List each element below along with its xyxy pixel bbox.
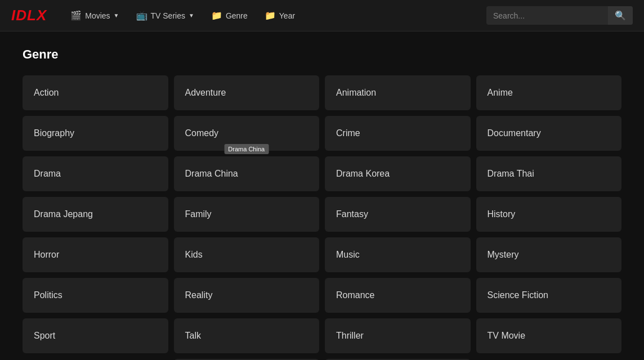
main-content: Genre ActionAdventureAnimationAnimeBiogr… <box>0 32 644 360</box>
genre-label: Drama Thai <box>488 169 534 178</box>
navbar: IDLX 🎬 Movies ▼ 📺 TV Series ▼ 📁 Genre 📁 … <box>0 0 644 32</box>
genre-card-tv-movie[interactable]: TV Movie <box>476 318 622 353</box>
genre-label: Reality <box>185 290 213 300</box>
genre-label: History <box>488 209 516 219</box>
genre-label: TV Movie <box>488 331 526 340</box>
genre-card-talk[interactable]: Talk <box>174 318 320 353</box>
genre-label: Biography <box>34 128 74 138</box>
genre-card-reality[interactable]: Reality <box>174 278 320 313</box>
movies-label: Movies <box>85 11 110 20</box>
genre-card-drama-thai[interactable]: Drama Thai <box>476 156 622 191</box>
nav-movies[interactable]: 🎬 Movies ▼ <box>64 7 126 24</box>
genre-label: Music <box>336 250 360 259</box>
genre-label: Crime <box>336 128 360 138</box>
genre-card-sport[interactable]: Sport <box>23 318 168 353</box>
genre-card-history[interactable]: History <box>476 197 622 232</box>
genre-card-mystery[interactable]: Mystery <box>476 237 622 272</box>
genre-card-thriller[interactable]: Thriller <box>325 318 471 353</box>
genre-card-action[interactable]: Action <box>23 75 168 110</box>
genre-label: Kids <box>185 250 203 259</box>
movies-icon: 🎬 <box>70 10 82 21</box>
genre-label: Science Fiction <box>488 290 549 300</box>
genre-label: Politics <box>34 290 62 300</box>
genre-grid: ActionAdventureAnimationAnimeBiographyCo… <box>23 75 621 360</box>
genre-label: Anime <box>488 88 513 97</box>
genre-card-drama-china[interactable]: Drama ChinaDrama China <box>174 156 320 191</box>
genre-label: Fantasy <box>336 209 368 219</box>
genre-label: Talk <box>185 331 201 340</box>
logo[interactable]: IDLX <box>11 7 47 24</box>
nav-links: 🎬 Movies ▼ 📺 TV Series ▼ 📁 Genre 📁 Year <box>64 7 486 24</box>
nav-tvseries[interactable]: 📺 TV Series ▼ <box>129 7 201 24</box>
genre-card-horror[interactable]: Horror <box>23 237 168 272</box>
genre-card-music[interactable]: Music <box>325 237 471 272</box>
genre-label: Horror <box>34 250 59 259</box>
genre-label: Drama Korea <box>336 169 390 178</box>
genre-card-drama-jepang[interactable]: Drama Jepang <box>23 197 168 232</box>
genre-card-fantasy[interactable]: Fantasy <box>325 197 471 232</box>
genre-card-documentary[interactable]: Documentary <box>476 116 622 151</box>
genre-card-romance[interactable]: Romance <box>325 278 471 313</box>
page-title: Genre <box>23 47 621 62</box>
movies-arrow-icon: ▼ <box>114 12 119 19</box>
genre-label: Animation <box>336 88 376 97</box>
genre-label: Drama Jepang <box>34 209 93 219</box>
search-input[interactable] <box>486 7 608 24</box>
genre-card-adventure[interactable]: Adventure <box>174 75 320 110</box>
genre-card-biography[interactable]: Biography <box>23 116 168 151</box>
genre-card-drama-korea[interactable]: Drama Korea <box>325 156 471 191</box>
genre-label: Comedy <box>185 128 219 138</box>
genre-label: Mystery <box>488 250 519 259</box>
nav-genre[interactable]: 📁 Genre <box>204 7 254 24</box>
genre-card-science-fiction[interactable]: Science Fiction <box>476 278 622 313</box>
genre-label: Action <box>34 88 59 97</box>
search-bar: 🔍 <box>486 6 633 25</box>
nav-year[interactable]: 📁 Year <box>258 7 302 24</box>
genre-label: Family <box>185 209 212 219</box>
genre-label: Drama <box>34 169 61 178</box>
search-button[interactable]: 🔍 <box>608 6 633 25</box>
tvseries-arrow-icon: ▼ <box>189 12 194 19</box>
genre-icon: 📁 <box>211 10 222 21</box>
genre-label: Adventure <box>185 88 226 97</box>
genre-card-politics[interactable]: Politics <box>23 278 168 313</box>
genre-label: Romance <box>336 290 374 300</box>
genre-label: Documentary <box>488 128 541 138</box>
genre-label: Drama China <box>185 169 238 178</box>
genre-card-drama[interactable]: Drama <box>23 156 168 191</box>
genre-card-kids[interactable]: Kids <box>174 237 320 272</box>
genre-card-comedy[interactable]: Comedy <box>174 116 320 151</box>
year-label: Year <box>279 11 295 20</box>
year-icon: 📁 <box>265 10 276 21</box>
genre-label: Sport <box>34 331 55 340</box>
genre-card-crime[interactable]: Crime <box>325 116 471 151</box>
genre-label: Thriller <box>336 331 364 340</box>
genre-card-animation[interactable]: Animation <box>325 75 471 110</box>
tvseries-label: TV Series <box>151 11 185 20</box>
tvseries-icon: 📺 <box>136 10 147 21</box>
genre-card-family[interactable]: Family <box>174 197 320 232</box>
genre-label: Genre <box>226 11 248 20</box>
genre-card-anime[interactable]: Anime <box>476 75 622 110</box>
